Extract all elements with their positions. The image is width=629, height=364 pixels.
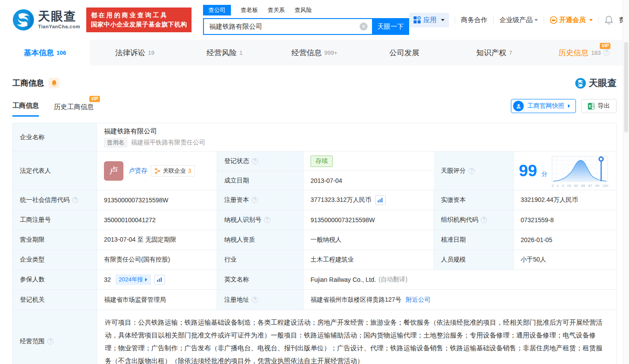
vip-upgrade-button[interactable]: 开通会员 xyxy=(550,16,593,24)
business-term-value: 2013-07-04 至 无固定期限 xyxy=(97,230,217,250)
main-content: 工商信息 天眼查 工商信息 VIP 历史工商信息 xyxy=(0,65,629,364)
tab-label: 基本信息 xyxy=(24,48,54,58)
header-nav: 应用 商务合作 企业级产品 开通会员 xyxy=(409,13,629,27)
export-button[interactable]: 导出 xyxy=(581,99,617,113)
reg-authority-label: 登记机关 xyxy=(13,290,97,310)
tab-ip[interactable]: 知识产权 7 xyxy=(449,40,539,65)
capital-chart-button[interactable] xyxy=(375,195,386,205)
subtab-business-info[interactable]: 工商信息 xyxy=(12,102,39,117)
score-value: 99 xyxy=(519,163,537,179)
divider xyxy=(598,16,599,23)
apps-label: 应用 xyxy=(423,16,437,24)
enterprise-menu[interactable]: 企业级产品 xyxy=(499,16,538,24)
english-name-value: Fujian Railway Co., Ltd. xyxy=(311,276,376,283)
search-button[interactable]: 天眼一下 xyxy=(372,18,409,35)
help-icon[interactable] xyxy=(481,217,487,223)
taxpayer-no-value: 91350000073215598W xyxy=(303,210,434,230)
cooperation-link[interactable]: 商务合作 xyxy=(461,16,487,24)
tab-count: 1 xyxy=(239,49,242,56)
related-label: 关联企业 xyxy=(163,167,186,175)
tianyancha-logo[interactable]: 天眼查 TianYanCha.com xyxy=(12,9,80,31)
report-label: 2024年报 xyxy=(119,276,143,284)
help-icon[interactable] xyxy=(603,49,610,56)
reg-capital-cell: 3771323.312万人民币 xyxy=(303,190,434,210)
table-row: 参保人数 32 2024年报 英文名称 Fujian Railway Co., xyxy=(13,270,616,290)
scrollbar[interactable] xyxy=(623,0,629,364)
search-tab-boss[interactable]: 查老板 xyxy=(241,5,258,15)
help-icon[interactable] xyxy=(252,158,258,164)
chevron-down-icon xyxy=(441,19,445,21)
org-code-label: 组织机构代码 xyxy=(441,216,478,224)
notifications-button[interactable] xyxy=(605,15,613,24)
score-curve-chart: 0131550859799100 xyxy=(552,156,608,188)
avatar[interactable]: 卢 xyxy=(104,161,123,181)
reg-capital-value: 3771323.312万人民币 xyxy=(311,196,372,204)
insured-chart-button[interactable] xyxy=(154,275,165,284)
nearby-companies-link[interactable]: 附近公司 xyxy=(406,296,430,304)
table-row: 经营范围 许可项目：公共铁路运输；铁路运输基础设备制造；各类工程建设活动；房地产… xyxy=(13,310,616,364)
tianyancha-watermark-icon xyxy=(575,78,586,89)
reg-status-cell: 存续 xyxy=(303,152,434,171)
tab-label: 历史信息 xyxy=(559,48,589,58)
legal-rep-cell: 卢 卢贤存 关联企业 3 xyxy=(97,152,217,190)
reg-status-label: 登记状态 xyxy=(224,157,249,165)
score-axis: 0131550859799100 xyxy=(552,184,608,188)
help-icon[interactable] xyxy=(264,217,270,223)
tab-legal[interactable]: 法律诉讼 19 xyxy=(90,40,180,65)
status-badge: 存续 xyxy=(311,155,333,167)
table-row: 统一社会信用代码 91350000073215598W 注册资本 3771323… xyxy=(13,190,616,210)
former-name-tag: 曾用名 xyxy=(104,138,127,148)
clear-icon[interactable]: ✕ xyxy=(360,23,368,30)
score-label: 天眼评分 xyxy=(441,167,466,175)
apps-button[interactable]: 应用 xyxy=(409,13,449,27)
status-date-stack: 登记状态 存续 成立日期 2013-07-04 xyxy=(217,152,434,190)
logo-text: 天眼查 xyxy=(38,11,80,23)
export-label: 导出 xyxy=(598,102,610,110)
search-tab-relation[interactable]: 查关系 xyxy=(268,5,285,15)
score-label-cell: 天眼评分 xyxy=(434,152,514,190)
tab-basic-info[interactable]: 基本信息 106 xyxy=(0,40,90,65)
legal-rep-link[interactable]: 卢贤存 xyxy=(129,167,147,175)
scrollbar-thumb[interactable] xyxy=(624,42,628,133)
tab-label: 知识产权 xyxy=(476,48,506,58)
tab-history[interactable]: VIP 历史信息 183 xyxy=(539,40,629,65)
annual-report-chip[interactable]: 2024年报 xyxy=(115,274,151,285)
divider xyxy=(493,16,494,23)
subtab-history-info[interactable]: VIP 历史工商信息 xyxy=(54,103,94,117)
divider xyxy=(455,16,455,23)
reg-address-cell: 福建省福州市鼓楼区得贵路127号 附近公司 xyxy=(303,290,616,310)
help-icon[interactable] xyxy=(252,197,258,203)
help-icon[interactable] xyxy=(468,168,475,174)
table-row: 企业名称 福建铁路有限公司 曾用名 福建福平铁路有限责任公司 xyxy=(13,123,616,152)
insured-count-label: 参保人数 xyxy=(13,270,97,289)
tianyancha-logo-icon xyxy=(12,9,35,31)
staff-scale-value: 小于50人 xyxy=(514,250,616,269)
subscribe-bell-button[interactable] xyxy=(49,78,59,88)
auto-translate-note: (自动翻译) xyxy=(379,276,407,284)
taxpayer-no-label: 纳税人识别号 xyxy=(224,216,261,224)
score-cell: 99 分 xyxy=(514,152,616,190)
paid-capital-value: 3321902.44万人民币 xyxy=(514,190,616,210)
search-tab-risk[interactable]: 查风险 xyxy=(295,5,312,15)
tab-count: 999+ xyxy=(324,49,337,56)
company-tabbar: 基本信息 106 法律诉讼 19 经营风险 1 经营信息 999+ 公司发展 知… xyxy=(0,40,629,65)
approved-date-value: 2026-01-05 xyxy=(514,230,616,250)
business-scope-value: 许可项目：公共铁路运输；铁路运输基础设备制造；各类工程建设活动；房地产开发经营；… xyxy=(97,310,616,364)
tab-operating[interactable]: 经营信息 999+ xyxy=(269,40,359,65)
search-input[interactable] xyxy=(203,18,372,35)
help-icon[interactable] xyxy=(47,338,54,345)
related-companies-button[interactable]: 关联企业 3 xyxy=(151,165,195,177)
official-snapshot-button[interactable]: 工商官网快照 xyxy=(511,99,576,113)
establish-date-value: 2013-07-04 xyxy=(303,171,434,190)
vip-label: 开通会员 xyxy=(559,16,586,24)
help-icon[interactable] xyxy=(72,197,78,203)
tab-development[interactable]: 公司发展 xyxy=(360,40,449,65)
help-icon[interactable] xyxy=(252,297,258,303)
business-info-table: 企业名称 福建铁路有限公司 曾用名 福建福平铁路有限责任公司 法定代表人 卢 卢… xyxy=(12,123,617,364)
company-type-value: 有限责任公司(国有控股) xyxy=(97,250,217,269)
watermark-logo: 天眼查 xyxy=(575,77,617,89)
table-row: 企业类型 有限责任公司(国有控股) 行业 土木工程建筑业 人员规模 小于50人 xyxy=(13,250,616,270)
reg-address-label: 注册地址 xyxy=(224,296,249,304)
tab-risk[interactable]: 经营风险 1 xyxy=(180,40,269,65)
search-tab-company[interactable]: 查公司 xyxy=(203,5,231,15)
